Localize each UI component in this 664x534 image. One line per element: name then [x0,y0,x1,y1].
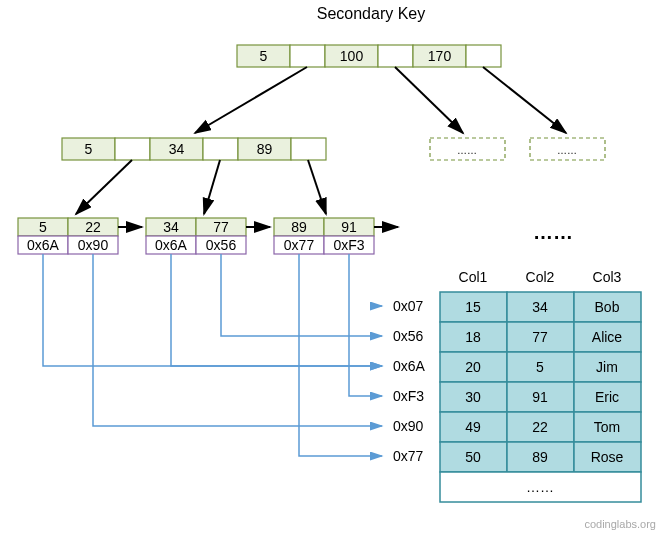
leaf1-p0: 0x6A [27,237,60,253]
svg-rect-10 [115,138,150,160]
empty-node-1: …… [430,138,505,160]
diagram-title: Secondary Key [317,5,426,22]
svg-rect-3 [378,45,413,67]
svg-text:20: 20 [465,359,481,375]
leaf1-p1: 0x90 [78,237,109,253]
th-2: Col3 [593,269,622,285]
mid-key-0: 5 [85,141,93,157]
svg-text:30: 30 [465,389,481,405]
svg-rect-5 [466,45,501,67]
svg-text:Alice: Alice [592,329,623,345]
leaf3-p1: 0xF3 [333,237,364,253]
svg-line-7 [395,67,463,133]
svg-text:77: 77 [532,329,548,345]
root-node: 5 100 170 [237,45,501,67]
leaf1-k1: 22 [85,219,101,235]
svg-rect-1 [290,45,325,67]
leaf-3: 89 91 0x77 0xF3 [274,218,374,254]
addr-0: 0x07 [393,298,424,314]
empty-node-2: …… [530,138,605,160]
mid-key-2: 89 [257,141,273,157]
addr-3: 0xF3 [393,388,424,404]
svg-line-8 [483,67,566,133]
root-key-2: 170 [428,48,452,64]
table-row: 3091Eric [440,382,641,412]
th-0: Col1 [459,269,488,285]
table-row: 1534Bob [440,292,641,322]
leaf2-p0: 0x6A [155,237,188,253]
addr-2: 0x6A [393,358,426,374]
svg-line-20 [204,160,220,214]
table-row: 4922Tom [440,412,641,442]
th-1: Col2 [526,269,555,285]
svg-line-6 [195,67,307,133]
svg-text:5: 5 [536,359,544,375]
mid-node: 5 34 89 [62,138,326,160]
svg-text:91: 91 [532,389,548,405]
svg-text:49: 49 [465,419,481,435]
leaf-ellipsis: …… [533,221,573,243]
data-table: Col1 Col2 Col3 1534Bob 1877Alice 205Jim … [440,269,641,502]
table-row: 5089Rose [440,442,641,472]
leaf2-k0: 34 [163,219,179,235]
svg-text:50: 50 [465,449,481,465]
svg-line-21 [308,160,326,214]
leaf2-p1: 0x56 [206,237,237,253]
svg-text:89: 89 [532,449,548,465]
svg-text:22: 22 [532,419,548,435]
leaf3-p0: 0x77 [284,237,315,253]
leaf3-k0: 89 [291,219,307,235]
table-row: 1877Alice [440,322,641,352]
leaf2-k1: 77 [213,219,229,235]
leaf1-k0: 5 [39,219,47,235]
svg-text:Eric: Eric [595,389,619,405]
leaf-1: 5 22 0x6A 0x90 [18,218,118,254]
addr-4: 0x90 [393,418,424,434]
addr-5: 0x77 [393,448,424,464]
mid-key-1: 34 [169,141,185,157]
svg-text:Rose: Rose [591,449,624,465]
svg-rect-12 [203,138,238,160]
svg-text:……: …… [557,145,577,156]
svg-line-19 [76,160,132,214]
root-key-1: 100 [340,48,364,64]
svg-text:Tom: Tom [594,419,620,435]
svg-rect-14 [291,138,326,160]
addr-1: 0x56 [393,328,424,344]
svg-text:15: 15 [465,299,481,315]
svg-text:Bob: Bob [595,299,620,315]
leaf3-k1: 91 [341,219,357,235]
svg-text:……: …… [457,145,477,156]
table-row: 205Jim [440,352,641,382]
svg-text:18: 18 [465,329,481,345]
svg-text:34: 34 [532,299,548,315]
svg-text:Jim: Jim [596,359,618,375]
root-key-0: 5 [260,48,268,64]
table-footer: …… [526,479,554,495]
watermark: codinglabs.org [584,518,656,530]
leaf-2: 34 77 0x6A 0x56 [146,218,246,254]
